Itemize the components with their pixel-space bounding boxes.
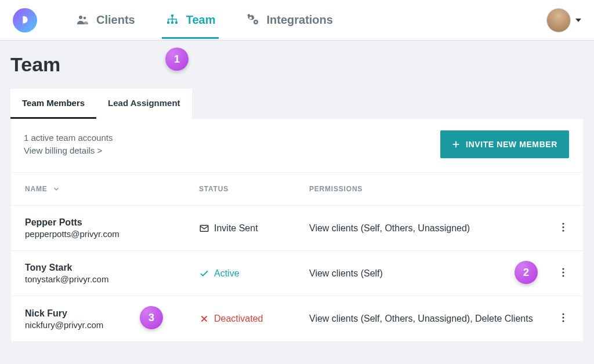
view-billing-link[interactable]: View billing details > bbox=[24, 145, 102, 155]
more-vertical-icon bbox=[562, 223, 564, 232]
plus-icon bbox=[452, 140, 460, 148]
nav-label: Integrations bbox=[266, 13, 332, 27]
avatar bbox=[546, 8, 571, 32]
member-name: Tony Stark bbox=[25, 263, 199, 273]
svg-point-14 bbox=[562, 271, 564, 273]
status-label: Invite Sent bbox=[214, 223, 258, 234]
member-cell: Nick Fury nickfury@privyr.com bbox=[25, 308, 199, 330]
nav-label: Team bbox=[186, 13, 216, 27]
svg-point-15 bbox=[562, 275, 564, 276]
page-title: Team bbox=[10, 53, 584, 76]
billing-info: 1 active team accounts View billing deta… bbox=[24, 132, 113, 157]
table-header: NAME STATUS PERMISSIONS bbox=[11, 172, 583, 206]
check-icon bbox=[199, 268, 209, 279]
team-table: NAME STATUS PERMISSIONS Pepper Potts pep… bbox=[11, 172, 583, 341]
page: Team Team Members Lead Assignment 1 acti… bbox=[0, 41, 594, 342]
row-actions-button[interactable] bbox=[557, 308, 569, 329]
close-icon bbox=[199, 314, 209, 324]
svg-rect-2 bbox=[171, 14, 173, 17]
svg-point-18 bbox=[562, 320, 564, 322]
svg-point-16 bbox=[562, 313, 564, 315]
envelope-icon bbox=[199, 223, 209, 234]
member-cell: Tony Stark tonystark@privyr.com bbox=[25, 263, 199, 284]
permissions-cell: View clients (Self) bbox=[309, 268, 534, 279]
team-panel: 1 active team accounts View billing deta… bbox=[10, 119, 584, 342]
nav-label: Clients bbox=[96, 13, 135, 27]
status-label: Deactivated bbox=[214, 314, 263, 324]
status-cell: Active bbox=[199, 268, 309, 279]
nav-item-team[interactable]: Team bbox=[162, 1, 219, 39]
topbar: Clients Team Integrations bbox=[0, 0, 594, 41]
nav-item-integrations[interactable]: Integrations bbox=[242, 1, 336, 39]
svg-point-0 bbox=[79, 16, 82, 19]
svg-point-11 bbox=[562, 226, 564, 228]
svg-rect-3 bbox=[167, 21, 169, 24]
member-name: Nick Fury bbox=[25, 308, 199, 319]
svg-point-1 bbox=[84, 17, 86, 20]
svg-rect-4 bbox=[171, 21, 173, 24]
status-cell: Invite Sent bbox=[199, 223, 309, 234]
member-cell: Pepper Potts pepperpotts@privyr.com bbox=[25, 217, 199, 239]
tab-lead-assignment[interactable]: Lead Assignment bbox=[96, 89, 191, 119]
annotation-badge-1: 1 bbox=[165, 48, 189, 71]
member-email: pepperpotts@privyr.com bbox=[25, 229, 199, 239]
users-icon bbox=[75, 13, 89, 27]
permissions-cell: View clients (Self, Others, Unassigned),… bbox=[309, 314, 534, 324]
billing-line: 1 active team accounts bbox=[24, 132, 113, 144]
chevron-down-icon bbox=[52, 185, 60, 193]
chevron-down-icon bbox=[575, 19, 581, 22]
member-name: Pepper Potts bbox=[25, 217, 199, 228]
sitemap-icon bbox=[165, 13, 179, 27]
column-name-label: NAME bbox=[25, 185, 48, 193]
svg-point-10 bbox=[562, 223, 564, 224]
annotation-badge-2: 2 bbox=[515, 261, 538, 284]
svg-point-12 bbox=[562, 230, 564, 231]
status-cell: Deactivated bbox=[199, 314, 309, 324]
status-label: Active bbox=[214, 268, 240, 279]
permissions-cell: View clients (Self, Others, Unassigned) bbox=[309, 223, 534, 234]
nav-item-clients[interactable]: Clients bbox=[72, 1, 139, 39]
annotation-badge-3: 3 bbox=[140, 306, 163, 329]
column-name[interactable]: NAME bbox=[25, 185, 199, 193]
member-email: tonystark@privyr.com bbox=[25, 274, 199, 284]
svg-point-13 bbox=[562, 268, 564, 270]
row-actions-button[interactable] bbox=[557, 218, 569, 239]
column-permissions: PERMISSIONS bbox=[309, 185, 534, 193]
brand-mark-icon bbox=[19, 14, 31, 27]
member-email: nickfury@privyr.com bbox=[25, 320, 199, 330]
tab-team-members[interactable]: Team Members bbox=[10, 89, 96, 119]
svg-point-8 bbox=[255, 21, 257, 23]
panel-top: 1 active team accounts View billing deta… bbox=[11, 119, 583, 172]
svg-point-6 bbox=[249, 17, 252, 19]
user-menu[interactable] bbox=[546, 8, 581, 32]
gears-icon bbox=[245, 13, 259, 27]
more-vertical-icon bbox=[562, 313, 564, 322]
table-row: Tony Stark tonystark@privyr.com Active V… bbox=[11, 251, 583, 296]
svg-point-17 bbox=[562, 316, 564, 318]
row-actions-button[interactable] bbox=[557, 263, 569, 284]
brand-logo[interactable] bbox=[13, 8, 37, 32]
table-row: Pepper Potts pepperpotts@privyr.com Invi… bbox=[11, 206, 583, 251]
tabs: Team Members Lead Assignment bbox=[10, 89, 584, 119]
svg-rect-5 bbox=[175, 21, 178, 24]
table-row: Nick Fury nickfury@privyr.com Deactivate… bbox=[11, 296, 583, 341]
primary-nav: Clients Team Integrations bbox=[72, 1, 336, 39]
invite-new-member-button[interactable]: INVITE NEW MEMBER bbox=[440, 130, 569, 158]
invite-button-label: INVITE NEW MEMBER bbox=[466, 140, 557, 149]
column-status: STATUS bbox=[199, 185, 309, 193]
more-vertical-icon bbox=[562, 268, 564, 277]
